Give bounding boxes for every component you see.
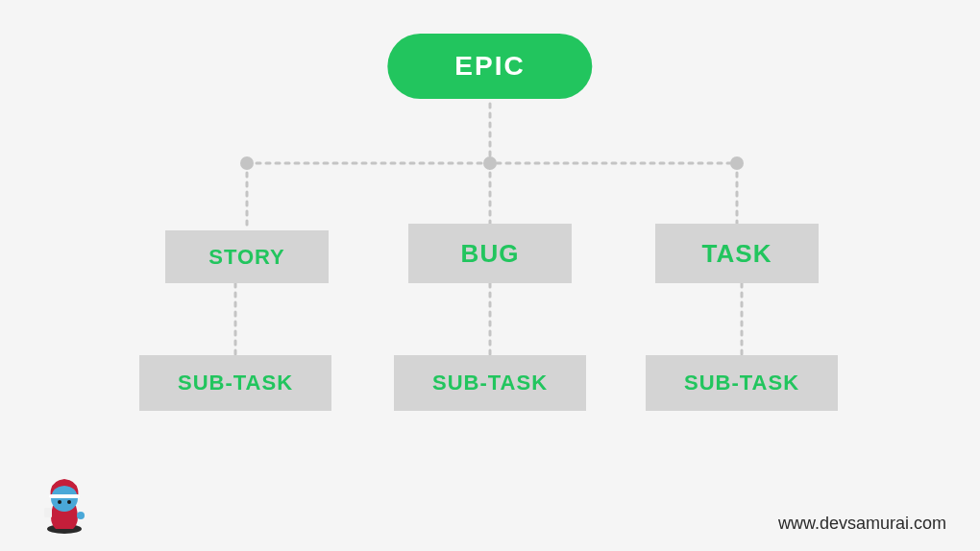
subtask-node: SUB-TASK bbox=[139, 355, 331, 411]
hierarchy-diagram: EPIC STORY BUG TASK SUB-TASK SUB-TASK SU… bbox=[0, 0, 980, 551]
connector-dot bbox=[730, 156, 744, 170]
svg-point-12 bbox=[67, 500, 71, 504]
story-label: STORY bbox=[208, 245, 285, 270]
bug-node: BUG bbox=[408, 224, 572, 283]
task-node: TASK bbox=[655, 224, 819, 283]
svg-rect-10 bbox=[49, 494, 80, 498]
subtask-label: SUB-TASK bbox=[178, 371, 293, 395]
bug-label: BUG bbox=[461, 239, 520, 269]
svg-point-11 bbox=[58, 500, 61, 504]
task-label: TASK bbox=[702, 239, 772, 269]
svg-point-14 bbox=[77, 512, 85, 519]
story-node: STORY bbox=[165, 230, 329, 283]
mascot-icon bbox=[38, 469, 91, 537]
subtask-node: SUB-TASK bbox=[646, 355, 838, 411]
connector-dot bbox=[240, 156, 254, 170]
subtask-label: SUB-TASK bbox=[684, 371, 799, 395]
connector-dot bbox=[483, 156, 497, 170]
footer-url: www.devsamurai.com bbox=[778, 514, 946, 534]
subtask-node: SUB-TASK bbox=[394, 355, 586, 411]
epic-label: EPIC bbox=[454, 51, 525, 81]
svg-rect-13 bbox=[44, 508, 52, 517]
subtask-label: SUB-TASK bbox=[432, 371, 548, 395]
epic-node: EPIC bbox=[387, 34, 592, 99]
